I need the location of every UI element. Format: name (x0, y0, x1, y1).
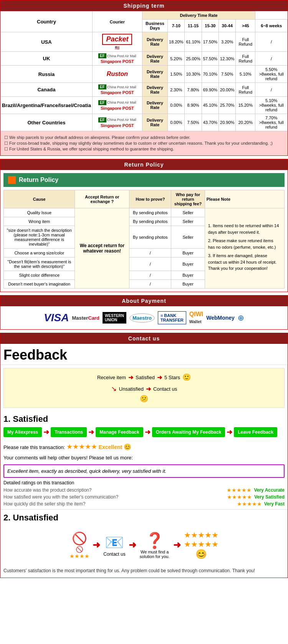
example-comment: Excellent item, exactly as described, qu… (3, 464, 285, 478)
satisfied-label: Satisfied (136, 375, 155, 380)
delivery-rate-label: Delivery Rate (142, 32, 167, 52)
must-find-label: We must find a solution for you. (139, 550, 170, 559)
rate-cell: 20.20% (236, 114, 255, 131)
unsatisfied-smiley-row: 😕 (8, 395, 280, 403)
detailed-rating-row: How satisfied were you with the seller's… (3, 494, 285, 500)
note-cell: 1. Items need to be returned within 14 d… (205, 208, 284, 289)
rate-cell: 0.00% (168, 97, 185, 114)
detailed-ratings: Detailed ratings on this transaction How… (3, 480, 285, 507)
rate-cell: 45.10% (202, 97, 218, 114)
rate-cell: 20.00% (219, 83, 236, 97)
big-arrow-2: ➜ (129, 540, 136, 550)
delivery-time-header: Delivery Time Rate (142, 12, 255, 20)
feedback-title: Feedback (0, 344, 288, 365)
who-cell: Buyer (171, 271, 205, 280)
who-header: Who pay for return shipping fee? (171, 190, 205, 208)
delivery-rate-label: Delivery Rate (142, 97, 167, 114)
prove-cell: / (129, 258, 171, 271)
country-cell: Brazil/Argentina/France/Israel/Croatia (1, 97, 93, 114)
courier-col-header: Courier (92, 12, 142, 32)
steps-flow: My Aliexpress➜Transactions➜Manage Feedba… (0, 427, 288, 440)
detailed-rating-row: How quickly did the seller ship the item… (3, 501, 285, 507)
rating-stars: ★★★★★ (66, 443, 97, 451)
unsatisfied-label: Unsatisfied (119, 386, 144, 392)
please-rate-label: Please rate this transaction: (3, 444, 65, 450)
qiwi-logo: QIWIWallet (189, 311, 203, 325)
detailed-title: Detailed ratings on this transaction (3, 480, 285, 485)
d7-10-header: 7-10 (168, 20, 185, 32)
maestro-logo: Maestro (129, 313, 155, 323)
note-1: ☐ We ship parcels to your default addres… (4, 135, 284, 140)
payment-logos: VISA MasterCard WESTERNUNION Maestro ≡ B… (0, 306, 288, 329)
feedback-flow-unsatisfied: ↘ Unsatisfied ➜ Contact us (8, 385, 280, 393)
biz-days-header: Business Days (142, 20, 167, 32)
payment-section: About Payment VISA MasterCard WESTERNUNI… (0, 295, 288, 330)
rate-cell: 15.20% (236, 97, 255, 114)
cause-header: Cause (4, 190, 75, 208)
delivery-rate-label: Delivery Rate (142, 83, 167, 97)
return-table: Cause Accept Return or exchange ? How to… (3, 190, 285, 289)
prove-header: How to prove? (129, 190, 171, 208)
rating-question: How satisfied were you with the seller's… (3, 494, 225, 500)
country-cell: UK (1, 52, 93, 66)
prove-cell: / (129, 280, 171, 289)
step-button[interactable]: Transactions (51, 427, 87, 437)
receive-item-label: Receive item (97, 375, 126, 380)
prove-cell: / (129, 249, 171, 258)
delivery-rate-label: Delivery Rate (142, 66, 167, 83)
unsatisfied-section-title: 2. Unsatisfied (0, 509, 288, 526)
return-policy-header: Return Policy (0, 159, 288, 170)
d6-8weeks-header: 6~8 weeks (255, 20, 288, 32)
rate-cell: 70.10% (202, 66, 218, 83)
payment-header: About Payment (0, 296, 288, 306)
who-cell: Buyer (171, 249, 205, 258)
rate-cell: 5.10% (236, 66, 255, 83)
courier-cell: EFChina Post Air MailSingapore POST (92, 97, 142, 114)
prove-cell: By sending photos (129, 208, 171, 217)
step-arrow: ➜ (145, 428, 151, 436)
feedback-flow-satisfied: Receive item ➜ Satisfied ➜ 5 Stars 🙂 (8, 373, 280, 381)
courier-cell: Ruston (92, 66, 142, 83)
delivery-rate-label: Delivery Rate (142, 52, 167, 66)
rate-cell: 1.50% (168, 66, 185, 83)
step-button[interactable]: Leave Feedback (234, 427, 277, 437)
contact-us-2: Contact us (103, 552, 125, 557)
rate-cell: Full Refund (236, 52, 255, 66)
detailed-rating-row: How accurate was the product description… (3, 487, 285, 493)
question-item: ❓ We must find a solution for you. (139, 532, 170, 559)
step-button[interactable]: Manage Feedback (96, 427, 143, 437)
country-cell: Canada (1, 83, 93, 97)
rate-cell: 3.20% (219, 32, 236, 52)
shipping-header: Shipping term (0, 0, 288, 11)
step-button[interactable]: Orders Awaiting My Feedback (152, 427, 225, 437)
note-3: ☐ For United States & Russia, we offer s… (4, 147, 284, 152)
shipping-table: Country Courier Delivery Time Rate Busin… (0, 11, 288, 131)
excellent-label: Excellent (99, 444, 122, 450)
cause-cell: Choose a wrong size/color (4, 249, 75, 258)
prove-cell: By sending photos (129, 226, 171, 249)
rate-cell: 20.90% (219, 114, 236, 131)
arrow-3: ➜ (146, 385, 151, 393)
rate-cell: 12.30% (219, 52, 236, 66)
note-2: ☐ For cross-broad trade, shipping may sl… (4, 141, 284, 146)
step-button[interactable]: My Aliexpress (3, 427, 42, 437)
rating-question: How accurate was the product description… (3, 487, 224, 493)
mastercard-logo: MasterCard (72, 315, 99, 321)
rating-stars: ★★★★★ (237, 501, 262, 507)
rate-cell: 57.50% (202, 52, 218, 66)
courier-cell: Packet🇺🇸 (92, 32, 142, 52)
return-policy-title-text: Return Policy (19, 177, 58, 183)
rate-cell: 25.00% (185, 52, 202, 66)
big-arrow-3: ➜ (173, 540, 181, 550)
delivery-rate-label: Delivery Rate (142, 114, 167, 131)
rate-cell: 10.30% (185, 66, 202, 83)
who-cell: Buyer (171, 280, 205, 289)
arrow-1: ➜ (128, 374, 133, 381)
who-cell: Seller (171, 217, 205, 226)
d15-30-header: 15-30 (202, 20, 218, 32)
courier-cell: EFChina Post Air MailSingapore POST (92, 52, 142, 66)
rate-cell: Full Refund (236, 32, 255, 52)
rate-cell: / (255, 32, 288, 52)
rate-cell: / (255, 83, 288, 97)
cause-cell: Slight color difference (4, 271, 75, 280)
